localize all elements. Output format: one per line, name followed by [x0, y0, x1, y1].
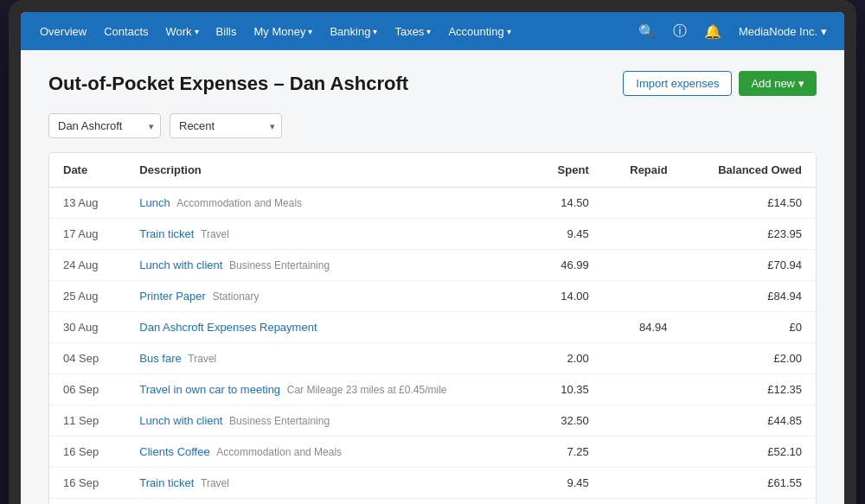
row-balance: £14.50: [682, 188, 816, 219]
nav-contacts[interactable]: Contacts: [95, 12, 157, 50]
row-description: Travel in own car to meeting Car Mileage…: [125, 374, 529, 405]
period-filter-wrapper: Recent: [170, 113, 282, 138]
row-spent: 32.50: [529, 405, 602, 437]
row-repaid: [603, 281, 682, 312]
header-actions: Import expenses Add new ▾: [623, 71, 817, 96]
work-chevron-icon: ▾: [195, 27, 199, 36]
laptop-shell: Overview Contacts Work ▾ Bills My Money …: [9, 0, 856, 504]
row-balance: £52.10: [682, 437, 816, 468]
row-date: 25 Aug: [49, 281, 125, 312]
table-row: 16 Sep Clients Coffee Accommodation and …: [49, 437, 816, 468]
row-description: Train ticket Travel: [125, 219, 529, 250]
date-column-header: Date: [49, 153, 125, 188]
table-row: 25 Aug Printer Paper Stationary 14.00 £8…: [49, 281, 816, 312]
row-description-sub: Business Entertaining: [229, 259, 330, 271]
person-filter[interactable]: Dan Ashcroft: [48, 113, 161, 138]
row-description-link[interactable]: Dan Ashcroft Expenses Repayment: [139, 321, 317, 334]
row-description: Bus fare Travel: [125, 343, 529, 374]
accounting-chevron-icon: ▾: [507, 27, 511, 36]
row-spent: 10.35: [529, 374, 602, 405]
row-description-link[interactable]: Printer Paper: [139, 290, 206, 303]
row-description-link[interactable]: Train ticket: [139, 227, 194, 240]
row-repaid: [603, 188, 682, 219]
row-balance: £23.95: [682, 219, 816, 250]
row-description: Travel in own car to meeting Car Mileage…: [125, 499, 529, 505]
row-spent: 46.99: [529, 250, 602, 281]
row-spent: 7.20: [529, 499, 602, 505]
row-description-link[interactable]: Clients Coffee: [139, 445, 209, 458]
description-column-header: Description: [125, 153, 529, 188]
row-repaid: [603, 219, 682, 250]
row-description: Clients Coffee Accommodation and Meals: [125, 437, 529, 468]
row-spent: [529, 312, 602, 343]
notifications-button[interactable]: 🔔: [699, 17, 727, 45]
my-money-chevron-icon: ▾: [308, 27, 312, 36]
top-navigation: Overview Contacts Work ▾ Bills My Money …: [21, 12, 844, 50]
table-row: 17 Aug Train ticket Travel 9.45 £23.95: [49, 219, 816, 250]
row-date: 16 Sep: [49, 468, 125, 499]
row-repaid: 84.94: [603, 312, 682, 343]
row-date: 04 Sep: [49, 343, 125, 374]
repaid-column-header: Repaid: [603, 153, 682, 188]
row-balance: £12.35: [682, 374, 816, 405]
row-description-sub: Stationary: [213, 290, 260, 303]
row-repaid: [603, 343, 682, 374]
row-repaid: [603, 374, 682, 405]
row-date: 24 Aug: [49, 250, 125, 281]
add-new-button[interactable]: Add new ▾: [739, 71, 817, 96]
row-repaid: [603, 437, 682, 468]
nav-accounting[interactable]: Accounting ▾: [439, 12, 519, 50]
user-menu[interactable]: MediaNode Inc. ▾: [732, 25, 834, 38]
row-spent: 9.45: [529, 219, 602, 250]
row-spent: 14.00: [529, 281, 602, 312]
search-button[interactable]: 🔍: [633, 17, 661, 45]
row-repaid: [603, 499, 682, 505]
row-description: Lunch Accommodation and Meals: [125, 188, 529, 219]
row-description-sub: Car Mileage 23 miles at £0.45/mile: [287, 384, 447, 396]
row-description-link[interactable]: Travel in own car to meeting: [139, 383, 280, 396]
table-row: 04 Sep Bus fare Travel 2.00 £2.00: [49, 343, 816, 374]
table-row: 06 Sep Travel in own car to meeting Car …: [49, 374, 816, 405]
period-filter[interactable]: Recent: [170, 113, 282, 138]
row-description-link[interactable]: Lunch with client: [139, 258, 222, 271]
row-date: 16 Sep: [49, 437, 125, 468]
user-label: MediaNode Inc.: [739, 25, 817, 38]
table-row: 06 Sep Travel in own car to meeting Car …: [49, 499, 816, 505]
row-date: 13 Aug: [49, 188, 125, 219]
page-header: Out-of-Pocket Expenses – Dan Ashcroft Im…: [48, 71, 817, 96]
row-description-link[interactable]: Bus fare: [139, 352, 181, 365]
row-description: Lunch with client Business Entertaining: [125, 250, 529, 281]
nav-bills[interactable]: Bills: [208, 12, 246, 50]
row-description-sub: Accommodation and Meals: [216, 446, 342, 458]
filters: Dan Ashcroft Recent: [48, 113, 817, 138]
row-description: Printer Paper Stationary: [125, 281, 529, 312]
row-balance: £70.94: [682, 250, 816, 281]
table-row: 11 Sep Lunch with client Business Entert…: [49, 405, 816, 437]
row-balance: £44.85: [682, 405, 816, 437]
nav-work[interactable]: Work ▾: [157, 12, 208, 50]
row-repaid: [603, 468, 682, 499]
nav-banking[interactable]: Banking ▾: [321, 12, 386, 50]
row-balance: £68.75: [682, 499, 816, 505]
row-description-sub: Accommodation and Meals: [176, 197, 302, 209]
import-expenses-button[interactable]: Import expenses: [623, 71, 732, 96]
user-chevron-icon: ▾: [821, 25, 827, 38]
row-balance: £0: [682, 312, 816, 343]
table-row: 13 Aug Lunch Accommodation and Meals 14.…: [49, 188, 816, 219]
nav-my-money[interactable]: My Money ▾: [245, 12, 321, 50]
nav-overview[interactable]: Overview: [31, 12, 95, 50]
row-description-link[interactable]: Train ticket: [139, 476, 194, 489]
row-description-sub: Travel: [188, 353, 216, 365]
row-repaid: [603, 250, 682, 281]
table-row: 16 Sep Train ticket Travel 9.45 £61.55: [49, 468, 816, 499]
row-spent: 14.50: [529, 188, 602, 219]
row-description-link[interactable]: Lunch: [139, 196, 170, 209]
balance-column-header: Balanced Owed: [682, 153, 816, 188]
row-description-link[interactable]: Lunch with client: [139, 414, 222, 427]
row-balance: £61.55: [682, 468, 816, 499]
nav-taxes[interactable]: Taxes ▾: [386, 12, 439, 50]
row-date: 06 Sep: [49, 374, 125, 405]
person-filter-wrapper: Dan Ashcroft: [48, 113, 161, 138]
taxes-chevron-icon: ▾: [426, 27, 431, 36]
help-button[interactable]: ⓘ: [666, 17, 694, 45]
